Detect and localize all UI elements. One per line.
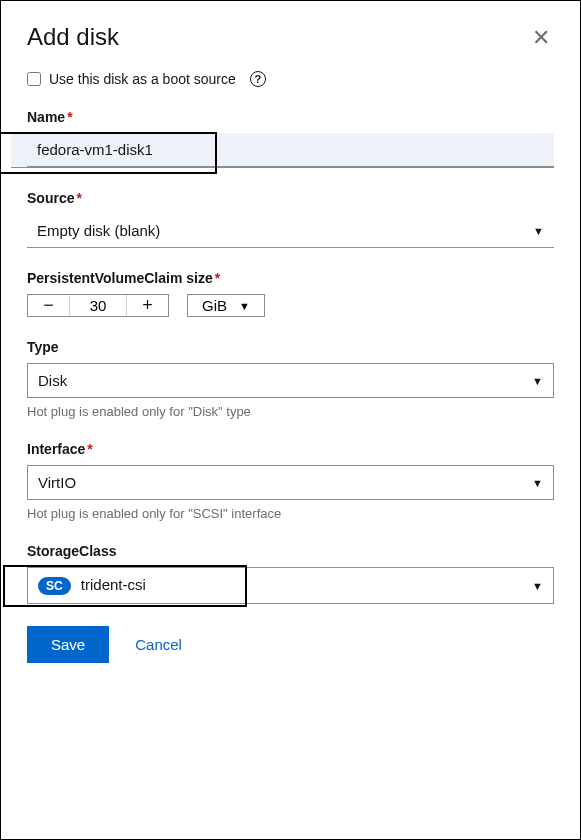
type-value: Disk [38, 372, 67, 389]
pvc-unit-value: GiB [202, 297, 227, 314]
boot-source-label: Use this disk as a boot source [49, 71, 236, 87]
pvc-size-input[interactable] [70, 295, 126, 316]
pvc-size-label: PersistentVolumeClaim size* [27, 270, 554, 286]
increment-button[interactable]: + [126, 295, 168, 316]
type-select[interactable]: Disk ▼ [27, 363, 554, 398]
name-label: Name* [27, 109, 554, 125]
interface-helper: Hot plug is enabled only for "SCSI" inte… [27, 506, 554, 521]
source-label: Source* [27, 190, 554, 206]
pvc-unit-select[interactable]: GiB ▼ [187, 294, 265, 317]
storageclass-label: StorageClass [27, 543, 554, 559]
boot-source-checkbox[interactable] [27, 72, 41, 86]
close-icon: ✕ [532, 25, 550, 50]
decrement-button[interactable]: − [28, 295, 70, 316]
name-input[interactable] [27, 133, 554, 167]
interface-label: Interface* [27, 441, 554, 457]
pvc-size-stepper: − + [27, 294, 169, 317]
type-label: Type [27, 339, 554, 355]
storageclass-value: trident-csi [81, 576, 146, 593]
close-button[interactable]: ✕ [528, 23, 554, 53]
chevron-down-icon: ▼ [532, 375, 543, 387]
chevron-down-icon: ▼ [532, 580, 543, 592]
interface-select[interactable]: VirtIO ▼ [27, 465, 554, 500]
modal-title: Add disk [27, 23, 119, 51]
chevron-down-icon: ▼ [532, 477, 543, 489]
source-value: Empty disk (blank) [37, 222, 160, 239]
source-select[interactable]: Empty disk (blank) ▼ [27, 214, 554, 248]
cancel-button[interactable]: Cancel [135, 636, 182, 653]
help-icon[interactable]: ? [250, 71, 266, 87]
storageclass-select[interactable]: SC trident-csi ▼ [27, 567, 554, 604]
storageclass-badge: SC [38, 577, 71, 595]
type-helper: Hot plug is enabled only for "Disk" type [27, 404, 554, 419]
interface-value: VirtIO [38, 474, 76, 491]
save-button[interactable]: Save [27, 626, 109, 663]
chevron-down-icon: ▼ [239, 300, 250, 312]
chevron-down-icon: ▼ [533, 225, 544, 237]
